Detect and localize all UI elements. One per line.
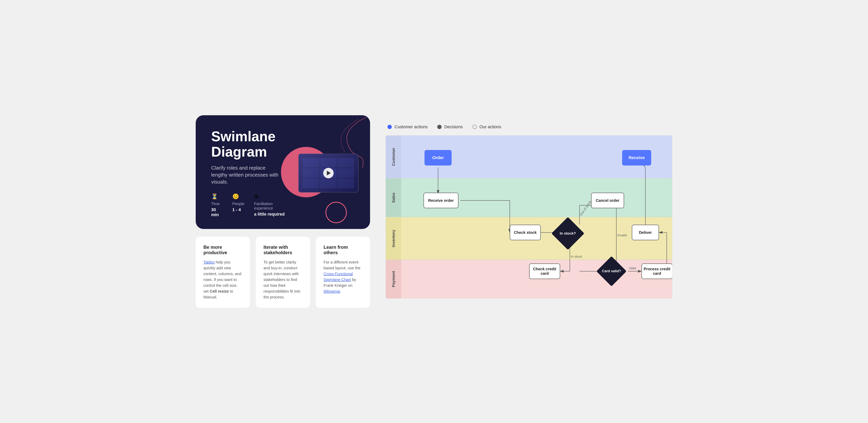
hero-card: SwimlaneDiagram Clarify roles and replac… [196,115,370,229]
hero-title: SwimlaneDiagram [211,129,287,160]
node-receive-order-label: Receive order [428,198,454,203]
lane-label-customer: Customer [386,136,401,178]
lane-label-payment: Payment [386,260,401,299]
legend-dot-our-actions [472,125,477,129]
meta-facilitation: ⊞ Facilitation experience a little requi… [254,193,287,217]
facilitation-label: Facilitation experience [254,202,287,210]
legend-customer-actions: Customer actions [388,124,428,130]
legend: Customer actions Decisions Our actions [385,124,672,130]
legend-our-actions-label: Our actions [479,124,501,130]
separator-2 [401,217,672,217]
info-card-learn: Learn from others For a different event-… [316,237,370,308]
people-label: People [232,202,244,206]
node-in-stock-label: In stock? [560,231,576,236]
node-cancel-order[interactable]: Cancel order [591,193,624,208]
info-card-stakeholders-text: To get better clarity and buy-in, conduc… [264,259,302,300]
facilitation-icon: ⊞ [254,193,287,200]
decorative-circle-small [326,202,347,223]
info-card-productive-text: Tables help you quickly add new content,… [204,259,242,300]
time-icon: ⏳ [211,193,223,200]
time-label: Time [211,202,223,206]
node-check-stock[interactable]: Check stock [510,225,541,240]
info-card-learn-text: For a different event-based layout, use … [323,259,362,294]
lane-labels: Customer Sales Inventory Payment [386,136,401,299]
video-inner [299,154,358,192]
node-check-credit-label: Check credit card [529,267,560,276]
legend-decisions-label: Decisions [444,124,463,130]
swimlane-chart-link[interactable]: Cross-Functional Swimlane Chart [323,272,353,282]
node-check-credit[interactable]: Check credit card [529,263,560,279]
hero-description: Clarify roles and replace lengthy writte… [211,164,281,186]
node-receive-order[interactable]: Receive order [424,193,458,208]
info-card-productive-title: Be more productive [204,245,242,255]
legend-dot-decisions [437,125,441,129]
node-order[interactable]: Order [425,150,452,166]
miloverse-link[interactable]: Miloverse [323,289,340,293]
node-deliver-label: Deliver [639,230,652,235]
node-order-label: Order [432,155,444,160]
node-check-stock-label: Check stock [514,230,537,235]
info-cards-row: Be more productive Tables help you quick… [196,237,370,308]
video-thumbnail[interactable] [298,154,359,193]
node-cancel-order-label: Cancel order [596,198,619,203]
info-card-learn-title: Learn from others [323,245,362,255]
tables-link[interactable]: Tables [204,260,215,264]
people-value: 1 - 4 [232,207,244,212]
diagram-content: Out of stock In stock Invalid Valid [401,136,672,299]
legend-our-actions: Our actions [472,124,501,130]
meta-time: ⏳ Time 30 min [211,193,223,217]
node-receive-label: Receive [628,155,645,160]
facilitation-value: a little required [254,212,287,217]
swimlane-diagram: Customer Sales Inventory Payment [385,135,672,299]
play-icon [327,171,331,175]
time-value: 30 min [211,207,223,217]
lane-label-inventory: Inventory [386,217,401,260]
lane-label-sales: Sales [386,178,401,217]
right-panel: Customer actions Decisions Our actions C… [385,124,672,299]
node-process-credit-label: Process credit card [642,267,672,276]
node-card-valid-label: Card valid? [602,269,621,273]
hero-meta: ⏳ Time 30 min 😊 People 1 - 4 ⊞ Facilitat… [211,193,287,217]
legend-decisions: Decisions [437,124,463,130]
node-process-credit[interactable]: Process credit card [642,263,672,279]
separator-1 [401,178,672,178]
legend-customer-label: Customer actions [395,124,428,130]
meta-people: 😊 People 1 - 4 [232,193,244,217]
node-receive[interactable]: Receive [622,150,651,166]
people-icon: 😊 [232,193,244,200]
info-card-stakeholders: Iterate with stakeholders To get better … [256,237,310,308]
play-button[interactable] [323,168,334,178]
legend-dot-customer [388,125,392,129]
info-card-stakeholders-title: Iterate with stakeholders [264,245,302,255]
left-panel: SwimlaneDiagram Clarify roles and replac… [196,115,370,308]
node-deliver[interactable]: Deliver [632,225,659,240]
info-card-productive: Be more productive Tables help you quick… [196,237,250,308]
hero-text: SwimlaneDiagram Clarify roles and replac… [211,129,287,217]
